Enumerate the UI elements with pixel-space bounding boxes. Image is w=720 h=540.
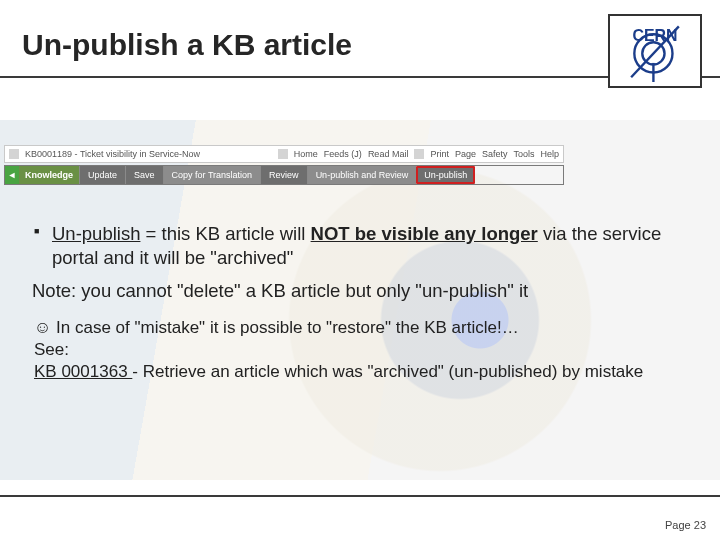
kb-ref-link[interactable]: KB 0001363 [34, 362, 132, 381]
page-number: Page 23 [665, 519, 706, 531]
page-menu[interactable]: Page [455, 149, 476, 159]
unpublish-button-highlighted[interactable]: Un-publish [416, 166, 475, 184]
unpublish-button-label: Un-publish [424, 170, 467, 180]
bullet-lead: Un-publish [52, 223, 140, 244]
update-button[interactable]: Update [79, 166, 125, 184]
logo-text: CERN [633, 27, 678, 44]
bullet-unpublish: Un-publish = this KB article will NOT be… [34, 222, 686, 269]
help-menu[interactable]: Help [540, 149, 559, 159]
readmail-menu[interactable]: Read Mail [368, 149, 409, 159]
app-toolbar: ◄ Knowledge Update Save Copy for Transla… [4, 165, 564, 185]
note-line: Note: you cannot "delete" a KB article b… [32, 279, 686, 303]
unpublish-review-button[interactable]: Un-publish and Review [307, 166, 417, 184]
bullet-strong: NOT be visible any longer [311, 223, 538, 244]
browser-toolbar: KB0001189 - Ticket visibility in Service… [4, 145, 564, 163]
smile-icon: ☺ [34, 318, 51, 337]
save-button[interactable]: Save [125, 166, 163, 184]
restore-block: ☺ In case of "mistake" it is possible to… [34, 317, 686, 382]
see-label: See: [34, 340, 69, 359]
kb-ref-desc: - Retrieve an article which was "archive… [132, 362, 643, 381]
divider-bottom [0, 495, 720, 497]
feeds-menu[interactable]: Feeds (J) [324, 149, 362, 159]
copy-translation-button[interactable]: Copy for Translation [163, 166, 261, 184]
safety-menu[interactable]: Safety [482, 149, 508, 159]
review-button[interactable]: Review [260, 166, 307, 184]
bullet-mid1: = this KB article will [140, 223, 310, 244]
print-icon [414, 149, 424, 159]
home-icon [278, 149, 288, 159]
home-menu[interactable]: Home [294, 149, 318, 159]
tools-menu[interactable]: Tools [513, 149, 534, 159]
print-menu[interactable]: Print [430, 149, 449, 159]
slide-body: Un-publish = this KB article will NOT be… [34, 222, 686, 382]
knowledge-label: Knowledge [19, 166, 79, 184]
tab-favicon-icon [9, 149, 19, 159]
cern-logo: CERN [608, 14, 702, 88]
browser-tab-label: KB0001189 - Ticket visibility in Service… [25, 149, 200, 159]
restore-line: In case of "mistake" it is possible to "… [51, 318, 518, 337]
back-arrow-icon[interactable]: ◄ [5, 166, 19, 184]
